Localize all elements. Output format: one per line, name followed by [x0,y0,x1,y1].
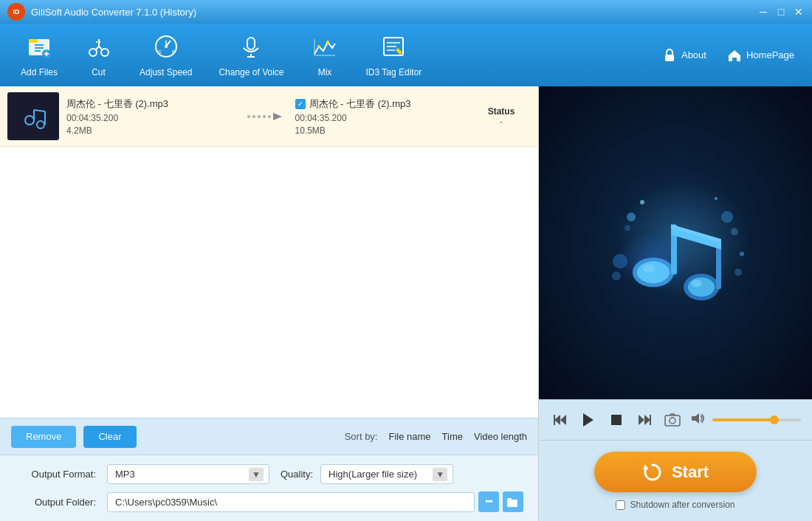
folder-label: Output Folder: [15,497,96,508]
folder-input[interactable] [107,492,475,512]
change-of-voice-label: Change of Voice [219,67,283,77]
svg-point-65 [640,200,644,204]
svg-point-61 [731,228,738,235]
stop-button[interactable] [606,410,627,430]
svg-marker-79 [643,464,648,469]
toolbar-id3-tag-editor[interactable]: ID3 Tag Editor [353,27,436,83]
svg-point-63 [612,272,621,280]
svg-point-64 [734,269,742,276]
window-controls: ─ □ ✕ [757,6,805,18]
shutdown-row: Shutdown after conversion [616,500,734,510]
source-size: 4.2MB [66,125,236,136]
quality-label: Quality: [281,469,313,480]
svg-marker-68 [554,415,560,425]
toolbar-mix[interactable]: Mix [297,27,353,83]
skip-forward-icon [637,413,652,427]
svg-point-24 [326,41,329,44]
table-row: 周杰伦 - 七里香 (2).mp3 00:04:35.200 4.2MB [0,86,538,147]
about-label: About [681,49,706,61]
toolbar-change-of-voice[interactable]: Change of Voice [205,27,297,83]
svg-point-77 [670,418,675,424]
adjust-speed-icon: S F [153,33,179,63]
preview-area [539,86,812,399]
shutdown-checkbox[interactable] [616,500,625,510]
right-panel: Start Shutdown after conversion [539,86,812,521]
svg-point-66 [715,197,718,200]
svg-rect-76 [665,415,680,426]
status-column: Status - [472,106,531,127]
volume-slider[interactable] [712,418,801,421]
homepage-label: HomePage [746,49,794,61]
format-select-wrapper: MP3 WAV AAC FLAC OGG ▼ [107,464,269,484]
remove-button[interactable]: Remove [11,426,76,448]
clear-button[interactable]: Clear [83,426,136,448]
cut-label: Cut [92,67,106,77]
svg-text:F: F [172,49,175,55]
svg-point-8 [89,49,97,56]
right-bottom-panel: Start Shutdown after conversion [539,440,812,521]
toolbar-add-files[interactable]: Add Files [7,27,71,83]
home-icon [727,48,742,63]
svg-point-59 [625,225,630,231]
skip-forward-button[interactable] [634,410,655,430]
play-icon [582,413,595,427]
play-button[interactable] [578,410,599,430]
titlebar: ID GiliSoft Audio Converter 7.1.0 (Histo… [0,0,812,24]
mix-label: Mix [318,67,332,77]
svg-line-10 [96,46,99,49]
sort-area: Sort by: File name Time Video length [345,431,527,442]
toolbar-right-buttons: About HomePage [652,44,805,67]
toolbar-adjust-speed[interactable]: S F Adjust Speed [126,27,205,83]
svg-line-11 [99,46,102,49]
svg-point-42 [268,115,271,118]
format-row: Output Format: MP3 WAV AAC FLAC OGG ▼ Qu… [15,464,523,484]
screenshot-button[interactable] [662,410,683,430]
cut-icon [86,33,112,63]
status-value: - [472,117,531,127]
maximize-button[interactable]: □ [775,6,787,18]
format-dropdown[interactable]: MP3 WAV AAC FLAC OGG [107,464,269,484]
quality-group: Quality: High(Larger file size) Medium L… [281,464,453,484]
toolbar: Add Files Cut S F Adjust S [0,24,812,86]
svg-point-40 [258,115,261,118]
toolbar-cut[interactable]: Cut [71,27,126,83]
music-preview-visual [587,158,764,328]
svg-point-60 [721,211,733,223]
sort-by-video-length[interactable]: Video length [474,431,527,442]
svg-point-38 [247,115,250,118]
volume-icon [690,412,705,428]
shutdown-label: Shutdown after conversion [630,500,734,510]
minimize-button[interactable]: ─ [757,6,769,18]
stop-icon [610,414,622,426]
quality-dropdown[interactable]: High(Larger file size) Medium Low [320,464,453,484]
skip-back-icon [553,413,568,427]
arrow-icon [245,109,286,124]
skip-back-button[interactable] [550,410,571,430]
homepage-button[interactable]: HomePage [717,44,805,67]
svg-rect-75 [650,415,651,425]
svg-point-49 [637,261,670,283]
player-controls [539,399,812,440]
svg-rect-1 [29,39,38,43]
start-label: Start [672,463,709,482]
about-button[interactable]: About [652,44,717,67]
source-file-info: 周杰伦 - 七里香 (2).mp3 00:04:35.200 4.2MB [66,97,236,136]
sort-by-filename[interactable]: File name [388,431,430,442]
screenshot-icon [664,413,681,427]
svg-rect-20 [247,38,255,49]
open-folder-icon [507,497,519,507]
file-thumbnail [7,92,59,140]
svg-point-9 [101,49,109,56]
left-panel: 周杰伦 - 七里香 (2).mp3 00:04:35.200 4.2MB [0,86,539,521]
sort-by-label: Sort by: [345,431,378,442]
svg-point-67 [740,252,744,256]
svg-point-23 [317,45,320,48]
bottom-action-bar: Remove Clear Sort by: File name Time Vid… [0,418,538,455]
folder-browse-button[interactable]: ••• [478,491,499,512]
folder-open-button[interactable] [503,491,523,512]
output-checkbox[interactable] [295,99,306,109]
start-button[interactable]: Start [594,452,757,492]
close-button[interactable]: ✕ [793,6,805,18]
sort-by-time[interactable]: Time [442,431,463,442]
convert-arrow [244,109,288,124]
